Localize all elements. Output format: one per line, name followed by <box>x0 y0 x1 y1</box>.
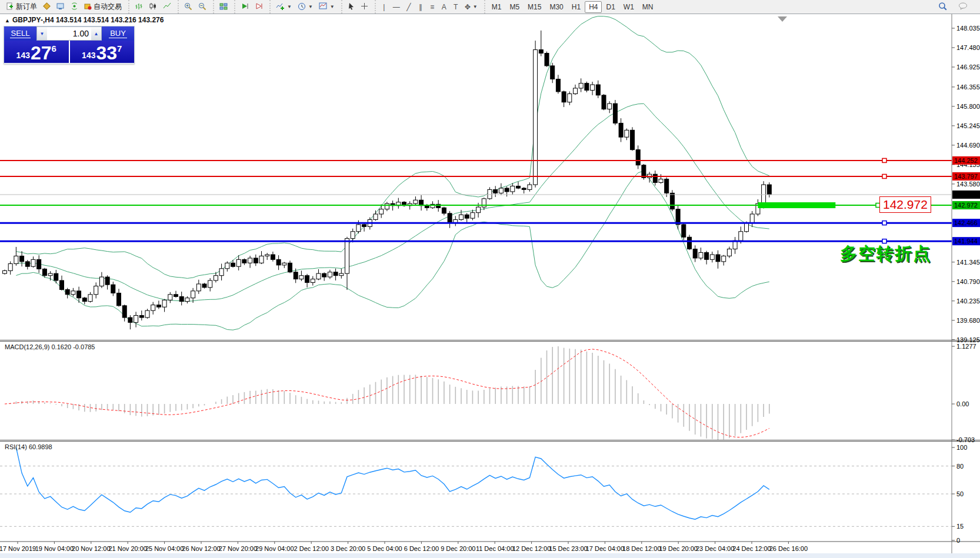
candle-body <box>471 213 475 219</box>
time-axis-label[interactable]: 26 Nov 12:00 <box>182 545 220 552</box>
volume-decrease-button[interactable]: ▼ <box>37 27 47 40</box>
candle-body <box>248 258 252 263</box>
candle-body <box>591 85 595 91</box>
time-axis-label[interactable]: 17 Dec 04:00 <box>586 545 624 552</box>
candle-body <box>242 259 246 263</box>
volume-increase-button[interactable]: ▲ <box>91 27 101 40</box>
macd-axis-label: 1.1277 <box>956 343 976 350</box>
rsi-axis-label: 80 <box>956 463 964 470</box>
sell-button[interactable]: SELL <box>4 26 36 41</box>
mt4-terminal: { "toolbar": { "new_order_label": "新订单",… <box>0 0 980 558</box>
price-axis-label: 140.790 <box>956 278 980 285</box>
candle-body <box>20 256 24 262</box>
candle-body <box>505 188 509 192</box>
highlight-rectangle[interactable] <box>758 202 835 208</box>
time-axis-label[interactable]: 25 Nov 04:00 <box>145 545 184 552</box>
candle-body <box>179 296 184 301</box>
time-axis-label[interactable]: 15 Dec 23:00 <box>549 545 587 552</box>
candle-body <box>511 186 515 192</box>
time-axis-label[interactable]: 12 Dec 12:00 <box>512 545 551 552</box>
price-level-callout[interactable]: 142.972 <box>879 196 931 213</box>
candle-body <box>494 189 498 193</box>
candle-body <box>596 85 600 95</box>
time-axis-label[interactable]: 23 Dec 04:00 <box>696 545 734 552</box>
candle-body <box>202 284 206 288</box>
bid-big-figure: 143 <box>16 51 30 60</box>
candle-body <box>665 179 669 193</box>
candle-body <box>117 293 121 305</box>
line-handle[interactable] <box>882 174 886 178</box>
candle-body <box>231 263 235 266</box>
candle-body <box>374 214 378 220</box>
candle-body <box>334 272 338 276</box>
annotation-text: 多空转折点 <box>840 242 931 266</box>
candle-body <box>556 79 560 92</box>
candle-body <box>99 277 104 286</box>
candle-body <box>105 277 109 285</box>
one-click-expand-icon[interactable]: ▲ <box>5 18 10 24</box>
price-axis-label: 144.690 <box>956 142 980 149</box>
chart-title: ▲GBPJPY-,H4 143.514 143.514 143.216 143.… <box>5 16 164 24</box>
time-axis-label[interactable]: 9 Dec 20:00 <box>441 545 475 552</box>
time-axis-label[interactable]: 5 Dec 04:00 <box>367 545 402 552</box>
candlesticks <box>3 31 772 329</box>
candle-body <box>745 223 749 231</box>
sell-label: SELL <box>10 29 31 38</box>
symbol-ohlc-text: GBPJPY-,H4 143.514 143.514 143.216 143.2… <box>12 16 164 24</box>
candle-body <box>682 225 686 237</box>
time-axis-label[interactable]: 26 Dec 16:00 <box>769 545 808 552</box>
candle-body <box>134 315 138 322</box>
candle-body <box>305 276 309 283</box>
candle-body <box>636 150 640 165</box>
time-axis-label[interactable]: 29 Nov 04:00 <box>255 545 294 552</box>
candle-body <box>271 255 275 259</box>
candle-body <box>613 103 617 123</box>
candle-body <box>579 83 583 88</box>
buy-button[interactable]: BUY <box>102 26 134 41</box>
candle-body <box>705 252 709 259</box>
candle-body <box>128 318 132 322</box>
time-axis-label[interactable]: 17 Nov 2019 <box>0 545 36 552</box>
candle-body <box>499 188 503 193</box>
time-axis-label[interactable]: 19 Dec 20:00 <box>659 545 697 552</box>
candle-body <box>534 50 538 185</box>
candle-body <box>3 270 7 273</box>
candle-body <box>156 305 161 308</box>
candle-body <box>282 263 286 265</box>
candle-body <box>442 208 446 213</box>
candle-body <box>219 269 224 276</box>
time-axis-label[interactable]: 6 Dec 12:00 <box>404 545 439 552</box>
time-axis-label[interactable]: 21 Nov 20:00 <box>108 545 146 552</box>
candle-body <box>539 50 543 54</box>
time-axis-label[interactable]: 24 Dec 12:00 <box>732 545 771 552</box>
buy-price-button[interactable]: 143 33 7 <box>70 41 135 63</box>
rsi-axis-label: 100 <box>956 444 967 451</box>
time-axis-label[interactable]: 20 Nov 12:00 <box>72 545 110 552</box>
candle-body <box>385 203 389 209</box>
sell-price-button[interactable]: 143 27 6 <box>4 41 69 63</box>
candle-body <box>214 276 218 280</box>
rsi-indicator-label: RSI(14) 60.9898 <box>5 443 52 450</box>
line-handle[interactable] <box>882 221 886 225</box>
chart-canvas[interactable]: 148.035147.480146.925146.355145.800145.2… <box>0 0 980 558</box>
time-axis-label[interactable]: 11 Dec 04:00 <box>476 545 514 552</box>
macd-axis-label: 0.00 <box>956 400 969 407</box>
time-axis-label[interactable]: 3 Dec 20:00 <box>331 545 365 552</box>
macd-indicator-label: MACD(12,26,9) 0.1620 -0.0785 <box>5 343 95 350</box>
candle-body <box>356 225 361 232</box>
time-axis-label[interactable]: 19 Nov 04:00 <box>35 545 74 552</box>
candle-body <box>294 272 298 279</box>
candle-body <box>25 262 29 266</box>
price-axis-label: 146.925 <box>956 64 980 71</box>
price-axis-label: 146.355 <box>956 83 980 91</box>
bid-pipette: 6 <box>52 44 56 54</box>
time-axis-label[interactable]: 2 Dec 12:00 <box>294 545 329 552</box>
ask-pips: 33 <box>96 44 117 62</box>
chart-shift-marker[interactable] <box>778 16 787 22</box>
candle-body <box>174 295 178 297</box>
line-handle[interactable] <box>882 158 886 162</box>
candle-body <box>750 214 754 223</box>
time-axis-label[interactable]: 18 Dec 12:00 <box>622 545 661 552</box>
volume-input[interactable] <box>47 27 91 40</box>
time-axis-label[interactable]: 27 Nov 20:00 <box>219 545 257 552</box>
